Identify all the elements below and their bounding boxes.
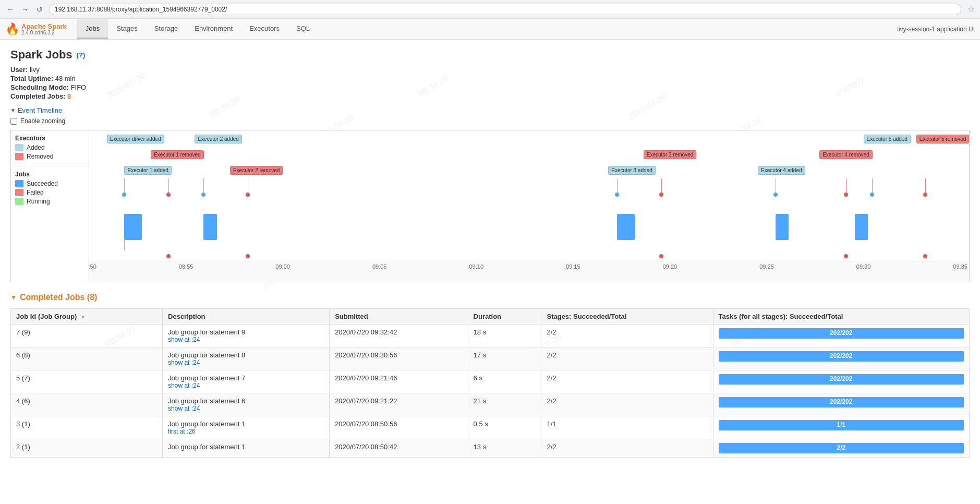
- dot-rem4: [844, 193, 848, 197]
- spark-nav: 🔥 Apache Spark 2.4.0-cdh6.3.2 Jobs Stage…: [0, 19, 980, 40]
- scheduling-info: Scheduling Mode: FIFO: [10, 83, 970, 91]
- executor-driver-added-box: Executor driver added: [107, 135, 164, 143]
- task-bar-label-0: 202/202: [719, 329, 964, 337]
- reload-button[interactable]: ↺: [34, 4, 45, 15]
- back-button[interactable]: ←: [5, 4, 16, 15]
- cell-job-id-0: 7 (9): [11, 325, 163, 347]
- event-timeline-toggle[interactable]: ▼ Event Timeline: [10, 106, 970, 114]
- axis-tick-9: 09:35: [953, 263, 967, 270]
- cell-duration-2: 6 s: [468, 370, 541, 393]
- cell-submitted-0: 2020/07/20 09:32:42: [330, 325, 468, 347]
- tab-environment[interactable]: Environment: [186, 19, 241, 39]
- axis-tick-5: 09:15: [566, 263, 580, 270]
- jobs-section: [89, 198, 969, 261]
- job-dot-1: [166, 254, 171, 258]
- tab-stages[interactable]: Stages: [108, 19, 146, 39]
- desc-link-4[interactable]: first at :26: [168, 428, 324, 435]
- meta-info: User: livy Total Uptime: 48 min Scheduli…: [10, 66, 970, 100]
- exec-line-4: [776, 178, 776, 193]
- task-bar-label-4: 1/1: [719, 421, 964, 428]
- desc-link-3[interactable]: show at :24: [168, 405, 324, 412]
- task-bar-container-5: 2/2: [719, 443, 964, 453]
- executor-2-added-box: Executor 2 added: [195, 135, 241, 143]
- exec-line-rem4: [846, 178, 846, 193]
- jobs-table-body: 7 (9) Job group for statement 9 show at …: [11, 325, 970, 458]
- help-link[interactable]: (?): [77, 51, 86, 59]
- task-bar-label-1: 202/202: [719, 352, 964, 359]
- completed-jobs-arrow: ▼: [10, 294, 17, 301]
- task-bar-container-1: 202/202: [719, 351, 964, 362]
- job-bar-3: [617, 214, 635, 240]
- cell-stages-1: 2/2: [541, 347, 713, 370]
- executor-legend: Executors Added Removed: [11, 130, 89, 166]
- cell-tasks-0: 202/202: [713, 325, 969, 347]
- succeeded-legend: Succeeded: [15, 180, 84, 187]
- cell-description-5: Job group for statement 1: [163, 439, 330, 458]
- running-color-swatch: [15, 198, 23, 205]
- uptime-info: Total Uptime: 48 min: [10, 75, 970, 82]
- dot-rem3: [659, 193, 663, 197]
- dot-3: [615, 193, 619, 197]
- tab-storage[interactable]: Storage: [146, 19, 187, 39]
- failed-legend: Failed: [15, 189, 84, 196]
- cell-description-2: Job group for statement 7 show at :24: [163, 370, 330, 393]
- cell-tasks-5: 2/2: [713, 439, 969, 458]
- col-job-id[interactable]: Job Id (Job Group) ▼: [11, 309, 163, 325]
- axis-tick-4: 09:10: [469, 263, 484, 270]
- cell-stages-4: 1/1: [541, 416, 713, 439]
- tab-executors[interactable]: Executors: [241, 19, 288, 39]
- table-row: 6 (8) Job group for statement 8 show at …: [11, 347, 970, 370]
- completed-jobs-header: ▼ Completed Jobs (8): [10, 293, 970, 302]
- cell-tasks-3: 202/202: [713, 393, 969, 416]
- tab-jobs[interactable]: Jobs: [77, 19, 108, 39]
- desc-link-0[interactable]: show at :24: [168, 336, 324, 343]
- zoom-label[interactable]: Enable zooming: [20, 117, 65, 125]
- user-info: User: livy: [10, 66, 970, 74]
- page-title-text: Spark Jobs: [10, 48, 72, 62]
- executor-5-added-box: Executor 5 added: [864, 135, 911, 143]
- completed-jobs-link[interactable]: 8: [67, 92, 71, 100]
- enable-zoom-container: Enable zooming: [10, 117, 970, 125]
- cell-stages-2: 2/2: [541, 370, 713, 393]
- tab-sql[interactable]: SQL: [288, 19, 318, 39]
- exec-line-1: [124, 178, 125, 193]
- axis-tick-6: 09:20: [663, 263, 677, 270]
- running-legend: Running: [15, 198, 84, 205]
- url-bar[interactable]: 192.168.11.37:8088/proxy/application_159…: [49, 4, 961, 15]
- cell-duration-0: 18 s: [468, 325, 541, 347]
- cell-stages-5: 2/2: [541, 439, 713, 458]
- exec-line-2: [203, 178, 204, 193]
- running-label: Running: [27, 198, 50, 205]
- task-bar-container-2: 202/202: [719, 374, 964, 385]
- desc-link-2[interactable]: show at :24: [168, 382, 324, 389]
- added-color-swatch: [15, 144, 23, 151]
- axis-tick-8: 09:30: [856, 263, 871, 270]
- axis-tick-3: 09:05: [372, 263, 387, 270]
- cell-job-id-3: 4 (6): [11, 393, 163, 416]
- cell-description-4: Job group for statement 1 first at :26: [163, 416, 330, 439]
- cell-submitted-3: 2020/07/20 09:21:22: [330, 393, 468, 416]
- task-bar-container-4: 1/1: [719, 420, 964, 430]
- task-bar-label-2: 202/202: [719, 375, 964, 382]
- nav-tabs: Jobs Stages Storage Environment Executor…: [77, 19, 318, 39]
- table-row: 3 (1) Job group for statement 1 first at…: [11, 416, 970, 439]
- dot-rem5: [923, 193, 927, 197]
- job-dot-5: [923, 254, 927, 258]
- forward-button[interactable]: →: [20, 4, 30, 15]
- job-dot-2: [246, 254, 250, 258]
- timeline-legend: Executors Added Removed Jobs: [11, 130, 89, 282]
- timeline-axis: 08:50 08:55 09:00 09:05 09:10 09:15 09:2…: [89, 261, 969, 282]
- zoom-checkbox[interactable]: [10, 118, 17, 125]
- cell-job-id-1: 6 (8): [11, 347, 163, 370]
- col-description: Description: [163, 309, 330, 325]
- cell-submitted-4: 2020/07/20 08:50:56: [330, 416, 468, 439]
- axis-tick-0: 08:50: [89, 263, 96, 270]
- dot-2: [201, 193, 205, 197]
- desc-link-1[interactable]: show at :24: [168, 359, 324, 366]
- dot-4: [773, 193, 778, 197]
- jobs-legend-title: Jobs: [15, 171, 84, 178]
- main-content: 2020-07-2009:34:39zhangyy2020-07-2009:34…: [0, 40, 980, 466]
- job-dot-3: [659, 254, 663, 258]
- browser-bar: ← → ↺ 192.168.11.37:8088/proxy/applicati…: [0, 0, 980, 19]
- spark-logo-name: Apache Spark: [21, 23, 67, 30]
